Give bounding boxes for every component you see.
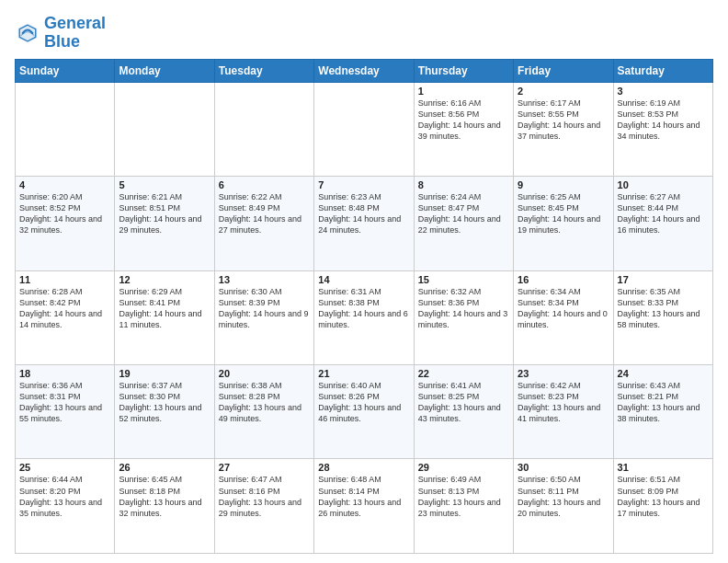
col-header-monday: Monday [115, 59, 214, 82]
day-number: 22 [418, 368, 509, 379]
day-number: 24 [618, 368, 709, 379]
header: General Blue [15, 15, 713, 52]
svg-marker-0 [18, 23, 38, 42]
logo: General Blue [15, 15, 106, 52]
day-number: 28 [318, 462, 409, 473]
day-number: 27 [219, 462, 310, 473]
calendar-cell: 19Sunrise: 6:37 AM Sunset: 8:30 PM Dayli… [115, 365, 214, 459]
calendar-cell: 21Sunrise: 6:40 AM Sunset: 8:26 PM Dayli… [314, 365, 414, 459]
calendar-week-3: 11Sunrise: 6:28 AM Sunset: 8:42 PM Dayli… [16, 270, 713, 364]
calendar-cell [214, 82, 313, 176]
day-number: 4 [19, 179, 110, 190]
day-info: Sunrise: 6:31 AM Sunset: 8:38 PM Dayligh… [318, 286, 409, 331]
day-info: Sunrise: 6:16 AM Sunset: 8:56 PM Dayligh… [418, 98, 509, 143]
day-number: 12 [119, 274, 210, 285]
day-info: Sunrise: 6:23 AM Sunset: 8:48 PM Dayligh… [318, 191, 409, 236]
calendar-table: SundayMondayTuesdayWednesdayThursdayFrid… [15, 59, 713, 554]
calendar-cell: 7Sunrise: 6:23 AM Sunset: 8:48 PM Daylig… [314, 177, 414, 270]
day-number: 7 [318, 179, 409, 190]
day-number: 30 [518, 462, 609, 473]
day-info: Sunrise: 6:28 AM Sunset: 8:42 PM Dayligh… [19, 286, 110, 331]
day-number: 31 [618, 462, 709, 473]
day-info: Sunrise: 6:22 AM Sunset: 8:49 PM Dayligh… [219, 191, 310, 236]
calendar-cell: 30Sunrise: 6:50 AM Sunset: 8:11 PM Dayli… [514, 459, 613, 554]
day-number: 18 [19, 368, 110, 379]
day-number: 17 [618, 274, 709, 285]
day-number: 3 [618, 86, 709, 97]
day-info: Sunrise: 6:30 AM Sunset: 8:39 PM Dayligh… [219, 286, 310, 331]
day-info: Sunrise: 6:17 AM Sunset: 8:55 PM Dayligh… [518, 98, 609, 143]
calendar-cell: 25Sunrise: 6:44 AM Sunset: 8:20 PM Dayli… [16, 459, 115, 554]
day-number: 16 [518, 274, 609, 285]
calendar-cell: 27Sunrise: 6:47 AM Sunset: 8:16 PM Dayli… [214, 459, 313, 554]
day-number: 29 [418, 462, 509, 473]
day-info: Sunrise: 6:49 AM Sunset: 8:13 PM Dayligh… [418, 474, 509, 519]
day-info: Sunrise: 6:50 AM Sunset: 8:11 PM Dayligh… [518, 474, 609, 519]
calendar-cell: 28Sunrise: 6:48 AM Sunset: 8:14 PM Dayli… [314, 459, 414, 554]
day-info: Sunrise: 6:40 AM Sunset: 8:26 PM Dayligh… [318, 380, 409, 425]
calendar-cell: 10Sunrise: 6:27 AM Sunset: 8:44 PM Dayli… [613, 177, 712, 270]
calendar-week-5: 25Sunrise: 6:44 AM Sunset: 8:20 PM Dayli… [16, 459, 713, 554]
col-header-tuesday: Tuesday [214, 59, 313, 82]
day-info: Sunrise: 6:19 AM Sunset: 8:53 PM Dayligh… [618, 98, 709, 143]
day-number: 23 [518, 368, 609, 379]
calendar-cell [16, 82, 115, 176]
logo-text: General Blue [44, 15, 106, 52]
col-header-thursday: Thursday [414, 59, 513, 82]
day-info: Sunrise: 6:27 AM Sunset: 8:44 PM Dayligh… [618, 191, 709, 236]
col-header-wednesday: Wednesday [314, 59, 414, 82]
calendar-cell: 22Sunrise: 6:41 AM Sunset: 8:25 PM Dayli… [414, 365, 513, 459]
day-number: 14 [318, 274, 409, 285]
calendar-cell: 26Sunrise: 6:45 AM Sunset: 8:18 PM Dayli… [115, 459, 214, 554]
day-number: 15 [418, 274, 509, 285]
day-number: 2 [518, 86, 609, 97]
calendar-cell: 6Sunrise: 6:22 AM Sunset: 8:49 PM Daylig… [214, 177, 313, 270]
day-info: Sunrise: 6:45 AM Sunset: 8:18 PM Dayligh… [119, 474, 210, 519]
calendar-cell: 23Sunrise: 6:42 AM Sunset: 8:23 PM Dayli… [514, 365, 613, 459]
logo-icon [15, 20, 40, 46]
calendar-cell: 17Sunrise: 6:35 AM Sunset: 8:33 PM Dayli… [613, 270, 712, 364]
calendar-cell: 20Sunrise: 6:38 AM Sunset: 8:28 PM Dayli… [214, 365, 313, 459]
col-header-saturday: Saturday [613, 59, 712, 82]
calendar-cell: 9Sunrise: 6:25 AM Sunset: 8:45 PM Daylig… [514, 177, 613, 270]
day-info: Sunrise: 6:21 AM Sunset: 8:51 PM Dayligh… [119, 191, 210, 236]
day-info: Sunrise: 6:42 AM Sunset: 8:23 PM Dayligh… [518, 380, 609, 425]
calendar-header-row: SundayMondayTuesdayWednesdayThursdayFrid… [16, 59, 713, 82]
day-number: 6 [219, 179, 310, 190]
day-number: 10 [618, 179, 709, 190]
day-number: 5 [119, 179, 210, 190]
calendar-cell [115, 82, 214, 176]
day-info: Sunrise: 6:44 AM Sunset: 8:20 PM Dayligh… [19, 474, 110, 519]
calendar-cell: 11Sunrise: 6:28 AM Sunset: 8:42 PM Dayli… [16, 270, 115, 364]
calendar-cell: 4Sunrise: 6:20 AM Sunset: 8:52 PM Daylig… [16, 177, 115, 270]
calendar-cell: 16Sunrise: 6:34 AM Sunset: 8:34 PM Dayli… [514, 270, 613, 364]
day-info: Sunrise: 6:36 AM Sunset: 8:31 PM Dayligh… [19, 380, 110, 425]
calendar-cell: 5Sunrise: 6:21 AM Sunset: 8:51 PM Daylig… [115, 177, 214, 270]
calendar-week-2: 4Sunrise: 6:20 AM Sunset: 8:52 PM Daylig… [16, 177, 713, 270]
day-info: Sunrise: 6:32 AM Sunset: 8:36 PM Dayligh… [418, 286, 509, 331]
calendar-cell: 2Sunrise: 6:17 AM Sunset: 8:55 PM Daylig… [514, 82, 613, 176]
day-number: 26 [119, 462, 210, 473]
day-number: 11 [19, 274, 110, 285]
day-info: Sunrise: 6:43 AM Sunset: 8:21 PM Dayligh… [618, 380, 709, 425]
day-info: Sunrise: 6:24 AM Sunset: 8:47 PM Dayligh… [418, 191, 509, 236]
calendar-cell: 24Sunrise: 6:43 AM Sunset: 8:21 PM Dayli… [613, 365, 712, 459]
day-info: Sunrise: 6:51 AM Sunset: 8:09 PM Dayligh… [618, 474, 709, 519]
calendar-cell: 15Sunrise: 6:32 AM Sunset: 8:36 PM Dayli… [414, 270, 513, 364]
day-info: Sunrise: 6:25 AM Sunset: 8:45 PM Dayligh… [518, 191, 609, 236]
day-info: Sunrise: 6:35 AM Sunset: 8:33 PM Dayligh… [618, 286, 709, 331]
day-info: Sunrise: 6:34 AM Sunset: 8:34 PM Dayligh… [518, 286, 609, 331]
day-info: Sunrise: 6:20 AM Sunset: 8:52 PM Dayligh… [19, 191, 110, 236]
day-number: 25 [19, 462, 110, 473]
calendar-cell: 31Sunrise: 6:51 AM Sunset: 8:09 PM Dayli… [613, 459, 712, 554]
calendar-cell: 29Sunrise: 6:49 AM Sunset: 8:13 PM Dayli… [414, 459, 513, 554]
day-number: 20 [219, 368, 310, 379]
day-info: Sunrise: 6:41 AM Sunset: 8:25 PM Dayligh… [418, 380, 509, 425]
day-number: 9 [518, 179, 609, 190]
col-header-friday: Friday [514, 59, 613, 82]
calendar-cell: 1Sunrise: 6:16 AM Sunset: 8:56 PM Daylig… [414, 82, 513, 176]
day-info: Sunrise: 6:37 AM Sunset: 8:30 PM Dayligh… [119, 380, 210, 425]
calendar-cell: 12Sunrise: 6:29 AM Sunset: 8:41 PM Dayli… [115, 270, 214, 364]
calendar-cell: 3Sunrise: 6:19 AM Sunset: 8:53 PM Daylig… [613, 82, 712, 176]
day-info: Sunrise: 6:38 AM Sunset: 8:28 PM Dayligh… [219, 380, 310, 425]
